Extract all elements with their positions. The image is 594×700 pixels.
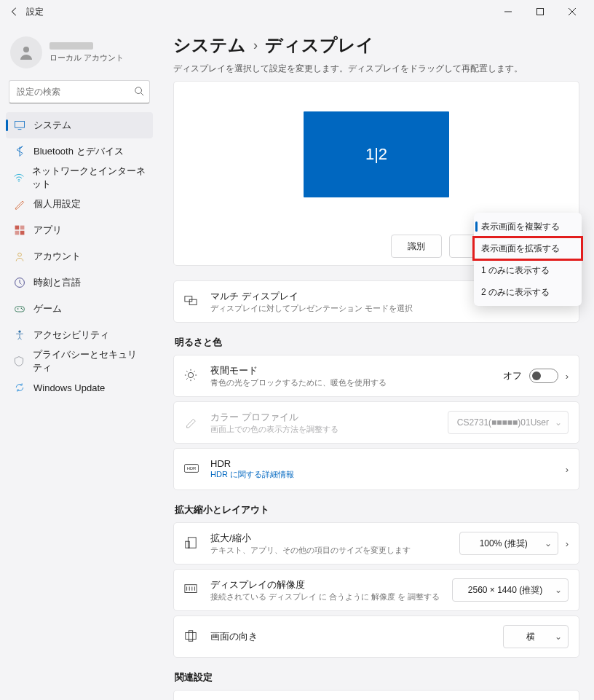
sidebar-item-accessibility[interactable]: アクセシビリティ (6, 322, 153, 348)
orientation-select[interactable]: 横 ⌄ (503, 625, 569, 648)
svg-point-9 (18, 181, 20, 182)
row-sub: 画面上での色の表示方法を調整する (210, 424, 448, 435)
search-input[interactable] (9, 80, 150, 103)
scale-select[interactable]: 100% (推奨) ⌄ (459, 532, 558, 555)
svg-rect-43 (189, 630, 192, 640)
row-title: 拡大/縮小 (210, 532, 459, 545)
hdr-icon: HDR (184, 463, 199, 476)
monitor-tile[interactable]: 1|2 (304, 111, 449, 197)
sidebar: ローカル アカウント システムBluetooth とデバイスネットワークとインタ… (0, 23, 159, 700)
sidebar-item-label: システム (33, 119, 71, 132)
page-subtext: ディスプレイを選択して設定を変更します。ディスプレイをドラッグして再配置します。 (173, 63, 579, 75)
time-icon (13, 276, 26, 289)
svg-line-29 (186, 371, 187, 371)
svg-line-6 (141, 93, 144, 96)
chevron-down-icon: ⌄ (544, 538, 552, 548)
sidebar-item-network[interactable]: ネットワークとインターネット (6, 165, 153, 191)
sidebar-item-privacy[interactable]: プライバシーとセキュリティ (6, 348, 153, 374)
hdr-link[interactable]: HDR に関する詳細情報 (210, 469, 566, 480)
scale-icon (184, 536, 199, 551)
sidebar-item-accounts[interactable]: アカウント (6, 243, 153, 270)
multi-menu-item-2[interactable]: 1 のみに表示する (474, 259, 582, 281)
window-title: 設定 (26, 6, 44, 18)
arrange-displays-card: 1|2 識別 表示画面を複製する表示画面を拡張する1 のみに表示する2 のみに表… (173, 81, 579, 266)
personalization-icon (13, 197, 26, 211)
maximize-button[interactable] (524, 1, 556, 22)
svg-rect-10 (15, 226, 20, 230)
sidebar-item-system[interactable]: システム (6, 112, 153, 138)
row-color-profile: カラー プロファイル 画面上での色の表示方法を調整する CS2731(■■■■■… (174, 402, 579, 443)
row-title: HDR (210, 458, 566, 469)
account-block[interactable]: ローカル アカウント (4, 29, 154, 80)
row-night-light[interactable]: 夜間モード 青色の光をブロックするために、暖色を使用する オフ › (174, 355, 579, 396)
search-box[interactable] (9, 80, 150, 103)
svg-rect-7 (15, 121, 25, 127)
back-button[interactable] (6, 3, 23, 20)
svg-line-31 (194, 371, 195, 371)
minimize-button[interactable] (492, 1, 524, 22)
row-scale[interactable]: 拡大/縮小 テキスト、アプリ、その他の項目のサイズを変更します 100% (推奨… (174, 523, 579, 564)
chevron-right-icon[interactable]: › (566, 538, 569, 549)
bluetooth-icon (13, 145, 26, 158)
account-name-redacted (50, 42, 93, 50)
multi-display-icon (184, 294, 199, 310)
update-icon (13, 381, 26, 394)
section-brightness: 明るさと色 (175, 336, 579, 349)
privacy-icon (13, 355, 25, 368)
arrange-canvas[interactable]: 1|2 (174, 82, 579, 227)
avatar (10, 36, 42, 68)
night-state: オフ (503, 369, 522, 382)
chevron-right-icon: › (253, 38, 258, 53)
row-sub: テキスト、アプリ、その他の項目のサイズを変更します (210, 545, 459, 556)
multi-menu-item-1[interactable]: 表示画面を拡張する (474, 237, 582, 259)
row-orientation[interactable]: 画面の向き 横 ⌄ (174, 616, 579, 657)
sidebar-item-bluetooth[interactable]: Bluetooth とデバイス (6, 138, 153, 165)
sidebar-item-update[interactable]: Windows Update (6, 374, 153, 401)
search-icon (134, 86, 144, 98)
chevron-right-icon[interactable]: › (566, 371, 569, 382)
svg-point-14 (18, 253, 22, 256)
multi-menu-item-3[interactable]: 2 のみに表示する (474, 281, 582, 303)
chevron-down-icon: ⌄ (555, 417, 562, 428)
sidebar-item-label: 時刻と言語 (33, 276, 81, 289)
svg-rect-35 (186, 541, 189, 548)
close-button[interactable] (556, 1, 588, 22)
sidebar-item-gaming[interactable]: ゲーム (6, 296, 153, 322)
row-title: カラー プロファイル (210, 411, 448, 424)
sidebar-item-label: 個人用設定 (33, 197, 81, 211)
chevron-down-icon: ⌄ (555, 585, 562, 595)
night-toggle[interactable] (529, 369, 558, 383)
multi-menu-item-0[interactable]: 表示画面を複製する (474, 216, 582, 237)
titlebar: 設定 (0, 0, 594, 23)
system-icon (13, 119, 26, 132)
svg-rect-1 (537, 9, 544, 15)
night-light-icon (184, 369, 199, 384)
svg-rect-13 (20, 231, 25, 235)
row-title: 画面の向き (210, 630, 503, 643)
breadcrumb-root[interactable]: システム (173, 34, 246, 57)
sidebar-item-label: アカウント (33, 250, 81, 263)
identify-button[interactable]: 識別 (391, 235, 442, 258)
resolution-select[interactable]: 2560 × 1440 (推奨) ⌄ (452, 578, 569, 602)
row-resolution[interactable]: ディスプレイの解像度 接続されている ディスプレイ に 合うように 解像度 を … (174, 570, 579, 610)
row-title: 夜間モード (210, 364, 503, 377)
svg-point-21 (18, 331, 20, 333)
account-subtitle: ローカル アカウント (50, 52, 124, 63)
row-sub: 接続されている ディスプレイ に 合うように 解像度 を 調整する (210, 591, 452, 602)
color-profile-icon (184, 415, 199, 430)
row-advanced-display[interactable]: ディスプレイの詳細設定 ディスプレイ情報、リフレッシュ レート › (174, 691, 579, 700)
accessibility-icon (13, 329, 26, 342)
sidebar-item-apps[interactable]: アプリ (6, 217, 153, 243)
row-hdr[interactable]: HDR HDR HDR に関する詳細情報 › (174, 449, 579, 489)
svg-rect-11 (20, 226, 25, 230)
breadcrumb-page: ディスプレイ (265, 34, 374, 57)
sidebar-item-label: Windows Update (33, 382, 105, 393)
svg-rect-12 (15, 231, 20, 235)
sidebar-item-time[interactable]: 時刻と言語 (6, 270, 153, 296)
gaming-icon (13, 302, 26, 315)
svg-line-32 (186, 378, 187, 379)
chevron-right-icon[interactable]: › (566, 464, 569, 475)
svg-point-19 (21, 307, 23, 309)
svg-point-24 (188, 372, 193, 377)
sidebar-item-personalization[interactable]: 個人用設定 (6, 191, 153, 217)
